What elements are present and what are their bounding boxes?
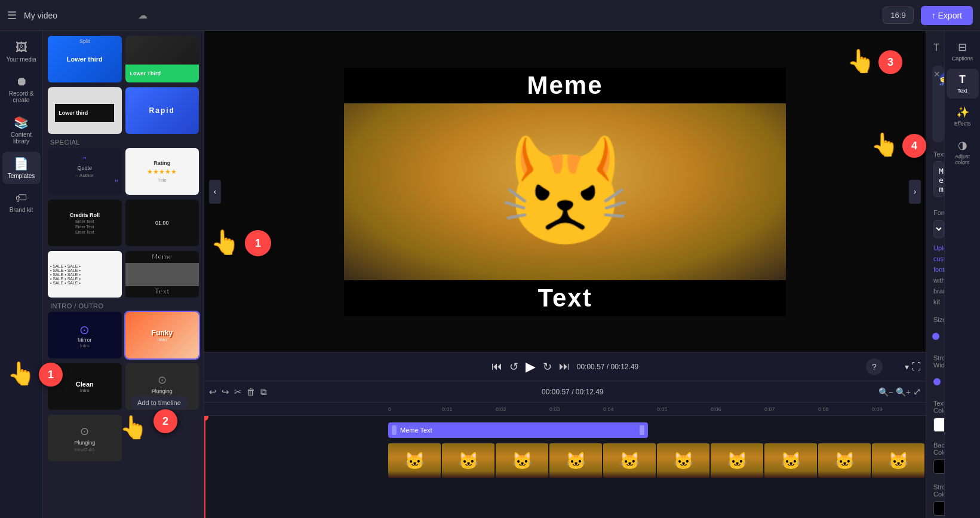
bg-color-swatch[interactable] [933, 459, 944, 474]
stroke-color-swatch[interactable] [933, 501, 944, 516]
captions-icon: ⊟ [958, 41, 967, 54]
rib-item-captions[interactable]: ⊟ Captions [947, 36, 979, 66]
fit-button[interactable]: ⤢ [913, 386, 921, 397]
template-time[interactable]: 01:00 [125, 200, 199, 246]
cut-button[interactable]: ✂ [234, 387, 242, 397]
template-quote-author[interactable]: " Quote – Author " [48, 148, 122, 195]
rib-item-text[interactable]: T Text [947, 69, 979, 99]
undo-button[interactable]: ↩ [209, 387, 217, 397]
video-thumb-3: 🐱 [496, 443, 548, 478]
text-input[interactable]: Meme Text [933, 161, 944, 197]
playhead[interactable] [204, 416, 205, 518]
template-funky[interactable]: Funky Intro [125, 312, 199, 358]
meme-tooltip: 🧙 Use Text to adjust the settings of the… [932, 66, 944, 142]
timeline-ruler: 0 0:01 0:02 0:03 0:04 0:05 0:06 0:07 0:0… [204, 403, 926, 416]
tooltip-close-button[interactable]: ✕ [933, 69, 941, 79]
text-color-swatch[interactable] [933, 418, 944, 432]
template-lower-third-white[interactable]: Lower third [48, 87, 122, 134]
stroke-width-section: Stroke Width [926, 350, 944, 395]
video-strip: 🐱 🐱 🐱 🐱 🐱 🐱 🐱 🐱 🐱 🐱 [388, 443, 926, 478]
template-sale[interactable]: • SALE • SALE • • SALE • SALE • • SALE •… [48, 251, 122, 298]
delete-button[interactable]: 🗑 [247, 387, 256, 397]
project-title[interactable] [24, 11, 128, 20]
video-thumb-5: 🐱 [603, 443, 656, 478]
rewind-button[interactable]: ↺ [509, 360, 518, 373]
record-label: Record & create [6, 90, 37, 103]
meme-props-panel: T Meme Text 🧙 Use Text to adjust the set… [926, 31, 944, 518]
intro-grid-1: ⊙ Mirror Intro Funky Intro [48, 312, 199, 358]
text-label: Text [957, 88, 967, 94]
templates-panel: Lower third Split Lower Third Lower thir… [43, 31, 204, 518]
text-props-icon: T [933, 42, 939, 53]
cat-image [344, 103, 786, 280]
meme-bot-text: Text [537, 284, 592, 312]
right-icon-bar: ⊟ Captions T Text ✨ Effects ◑ Adjust col… [944, 31, 980, 518]
meme-text-clip[interactable]: Meme Text [388, 422, 648, 438]
skip-forward-button[interactable]: ⏭ [559, 360, 570, 373]
video-thumb-9: 🐱 [818, 443, 871, 478]
intro-grid-3: ⊙ Plunging Intro/Outro [48, 415, 199, 461]
step-circle-1: 1 [245, 230, 271, 256]
template-meme[interactable]: Meme Text Add to timeline [125, 251, 199, 298]
track-row-meme: Meme Text [388, 419, 926, 441]
redo-button[interactable]: ↪ [222, 387, 229, 397]
template-lower-third-blue[interactable]: Lower third Split [48, 36, 122, 82]
rib-item-effects[interactable]: ✨ Effects [947, 101, 979, 131]
size-slider[interactable] [933, 335, 937, 338]
font-select[interactable]: Oswald Impact Arial [933, 220, 944, 238]
special-grid-2: Credits Roll Enter Text Enter Text Enter… [48, 200, 199, 246]
ruler-4: 0:04 [603, 406, 657, 412]
template-plunging[interactable]: ⊙ Plunging Intro/Outro [125, 363, 199, 410]
sidebar-item-record[interactable]: ⏺ Record & create [2, 70, 41, 108]
stroke-slider-container [933, 372, 937, 390]
template-rating[interactable]: Rating ★★★★★ Title [125, 148, 199, 195]
template-credits-roll[interactable]: Credits Roll Enter Text Enter Text Enter… [48, 200, 122, 246]
zoom-in-button[interactable]: 🔍+ [896, 386, 911, 397]
ruler-1: 0:01 [442, 406, 496, 412]
font-section: Font Oswald Impact Arial Upload custom f… [926, 204, 944, 311]
zoom-out-button[interactable]: 🔍− [878, 386, 893, 397]
template-mirror[interactable]: ⊙ Mirror Intro [48, 312, 122, 358]
help-button[interactable]: ? [866, 358, 883, 375]
text-label: Text [933, 151, 937, 158]
cursor-overlay-1: 👆 1 [210, 228, 271, 256]
your-media-icon: 🖼 [16, 41, 27, 54]
font-label: Font [933, 209, 937, 216]
timeline-controls: ↩ ↪ ✂ 🗑 ⧉ 00:00.57 / 00:12.49 🔍− 🔍+ ⤢ [204, 381, 926, 403]
chevron-down-button[interactable]: ▾ [905, 362, 909, 372]
nav-arrow-left[interactable]: ‹ [209, 180, 221, 204]
sidebar-item-your-media[interactable]: 🖼 Your media [2, 36, 41, 68]
ruler-8: 0:08 [818, 406, 872, 412]
ruler-5: 0:05 [657, 406, 711, 412]
duplicate-button[interactable]: ⧉ [260, 387, 267, 397]
playhead-handle[interactable] [204, 416, 208, 421]
fullscreen-button[interactable]: ⛶ [911, 361, 921, 372]
template-clean[interactable]: Clean Intro [48, 363, 122, 410]
timeline-tracks: Meme Text 🐱 🐱 🐱 🐱 🐱 🐱 🐱 🐱 🐱 🐱 [204, 416, 926, 518]
hand-cursor-1: 👆 [210, 228, 240, 256]
play-button[interactable]: ▶ [526, 359, 536, 375]
sidebar-item-brand-kit[interactable]: 🏷 Brand kit [2, 186, 41, 218]
library-label: Content library [6, 131, 37, 145]
sidebar-item-templates[interactable]: 📄 Templates [2, 152, 41, 184]
export-button[interactable]: ↑ Export [921, 6, 973, 25]
template-lower-third-green[interactable]: Lower Third [125, 36, 199, 82]
nav-arrow-right[interactable]: › [909, 180, 921, 204]
ruler-7: 0:07 [764, 406, 818, 412]
sidebar-item-content-library[interactable]: 📚 Content library [2, 111, 41, 149]
ratio-button[interactable]: 16:9 [883, 7, 913, 24]
tl-time-current: 00:00.57 [542, 388, 570, 396]
skip-back-button[interactable]: ⏮ [491, 360, 502, 373]
upload-fonts-link[interactable]: Upload custom fonts [933, 244, 944, 273]
template-plunging2[interactable]: ⊙ Plunging Intro/Outro [48, 415, 122, 461]
top-templates-grid: Lower third Split Lower Third [48, 36, 199, 82]
icon-sidebar: 🖼 Your media ⏺ Record & create 📚 Content… [0, 31, 43, 518]
stroke-width-slider[interactable] [933, 381, 937, 383]
size-section: Size [926, 311, 944, 350]
topbar: ☰ ☁ 16:9 ↑ Export [0, 0, 980, 31]
adjust-colors-label: Adjust colors [949, 154, 976, 165]
forward-button[interactable]: ↻ [543, 360, 552, 373]
rib-item-adjust-colors[interactable]: ◑ Adjust colors [947, 134, 979, 170]
menu-icon[interactable]: ☰ [7, 9, 17, 22]
template-rapid[interactable]: Rapid [125, 87, 199, 134]
